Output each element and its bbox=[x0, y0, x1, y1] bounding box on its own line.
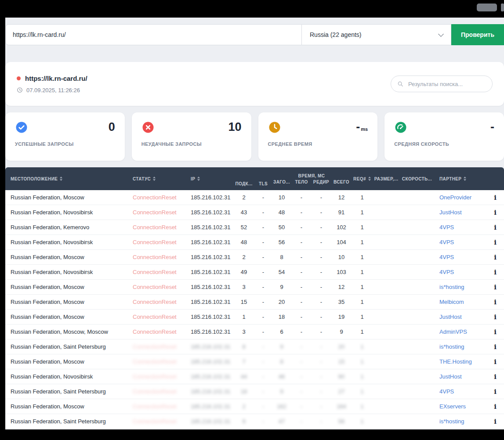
cell-partner[interactable]: 4VPS bbox=[434, 254, 486, 260]
cell-body: - bbox=[292, 358, 311, 365]
cell-status: ConnectionReset bbox=[127, 299, 185, 305]
cell-total: 12 bbox=[331, 194, 352, 201]
info-icon[interactable]: i bbox=[486, 209, 504, 216]
table-row: Russian Federation, MoscowConnectionRese… bbox=[5, 280, 504, 295]
cell-partner[interactable]: JustHost bbox=[434, 373, 486, 380]
cell-location: Russian Federation, Moscow bbox=[5, 194, 127, 201]
browser-chrome-artifact-edge bbox=[501, 4, 504, 11]
cell-partner[interactable]: THE.Hosting bbox=[434, 358, 486, 365]
check-circle-icon bbox=[15, 121, 28, 134]
col-header-req[interactable]: REQ# bbox=[352, 177, 373, 181]
cell-connect: 7 bbox=[233, 358, 255, 365]
info-icon[interactable]: i bbox=[486, 253, 504, 261]
cell-load: 18 bbox=[272, 314, 292, 320]
info-icon[interactable]: i bbox=[486, 358, 504, 366]
cell-total: 91 bbox=[331, 209, 352, 216]
cell-req: 1 bbox=[352, 299, 373, 305]
page: Russia (22 agents) Проверить https://lk.… bbox=[5, 18, 504, 429]
info-icon[interactable]: i bbox=[486, 403, 504, 411]
info-icon[interactable]: i bbox=[486, 388, 504, 396]
cell-body: - bbox=[292, 224, 311, 231]
table-row: Russian Federation, MoscowConnectionRese… bbox=[5, 250, 504, 265]
info-icon[interactable]: i bbox=[486, 224, 504, 231]
sort-icon bbox=[153, 177, 156, 181]
cell-load: 47 bbox=[272, 418, 292, 425]
cell-body: - bbox=[292, 299, 311, 305]
cell-connect: 44 bbox=[233, 373, 255, 380]
cell-connect: 52 bbox=[233, 224, 255, 231]
cell-location: Russian Federation, Saint Petersburg bbox=[5, 343, 127, 350]
cell-partner[interactable]: 4VPS bbox=[434, 239, 486, 245]
col-group-time-ms: ВРЕМЯ, МС ЗАГО... ТЕЛО РЕДИР ВСЕГО bbox=[272, 173, 352, 184]
cell-partner[interactable]: JustHost bbox=[434, 314, 486, 320]
cell-partner[interactable]: 4VPS bbox=[434, 388, 486, 395]
table-row: Russian Federation, NovosibirskConnectio… bbox=[5, 265, 504, 280]
cell-connect: 2 bbox=[233, 403, 255, 410]
cell-ip: 185.216.102.31 bbox=[185, 388, 233, 395]
cell-partner[interactable]: is*hosting bbox=[434, 418, 486, 425]
stat-value: -ms bbox=[356, 120, 368, 134]
result-info: https://lk.rn-card.ru/ 07.09.2025, 11:26… bbox=[17, 75, 87, 94]
info-icon[interactable]: i bbox=[486, 373, 504, 381]
cell-ip: 185.216.102.31 bbox=[185, 373, 233, 380]
info-icon[interactable]: i bbox=[486, 298, 504, 306]
cell-ip: 185.216.102.31 bbox=[185, 314, 233, 320]
cell-partner[interactable]: EXservers bbox=[434, 403, 486, 410]
cell-connect: 8 bbox=[233, 343, 255, 350]
stat-value: 0 bbox=[109, 120, 115, 134]
cell-partner[interactable]: 4VPS bbox=[434, 224, 486, 231]
stat-value: 10 bbox=[228, 120, 241, 134]
table-row: Russian Federation, MoscowConnectionRese… bbox=[5, 190, 504, 205]
info-icon[interactable]: i bbox=[486, 328, 504, 336]
cell-body: - bbox=[292, 343, 311, 350]
cell-load: 9 bbox=[272, 284, 292, 290]
cell-partner[interactable]: Melbicom bbox=[434, 299, 486, 305]
check-button[interactable]: Проверить bbox=[451, 24, 504, 45]
cell-load: 9 bbox=[272, 343, 292, 350]
cell-connect: 1 bbox=[233, 314, 255, 320]
cell-redirect: - bbox=[311, 194, 331, 201]
col-header-ip[interactable]: IP bbox=[185, 177, 233, 181]
info-icon[interactable]: i bbox=[486, 194, 504, 202]
sort-icon bbox=[197, 177, 200, 181]
table-row: Russian Federation, KemerovoConnectionRe… bbox=[5, 220, 504, 235]
cell-partner[interactable]: JustHost bbox=[434, 209, 486, 216]
url-input[interactable] bbox=[5, 24, 302, 45]
cell-status: ConnectionReset bbox=[127, 194, 185, 201]
cell-partner[interactable]: OneProvider bbox=[434, 194, 486, 201]
cell-req: 1 bbox=[352, 269, 373, 275]
cell-req: 1 bbox=[352, 224, 373, 231]
cell-partner[interactable]: is*hosting bbox=[434, 284, 486, 290]
cell-location: Russian Federation, Moscow bbox=[5, 284, 127, 290]
col-header-location[interactable]: МЕСТОПОЛОЖЕНИЕ bbox=[5, 177, 127, 181]
info-icon[interactable]: i bbox=[486, 238, 504, 246]
stat-unit: ms bbox=[361, 126, 368, 132]
results-table: МЕСТОПОЛОЖЕНИЕ СТАТУС IP ПОДК... TLS ВРЕ… bbox=[5, 167, 504, 429]
cell-partner[interactable]: 4VPS bbox=[434, 269, 486, 275]
cell-partner[interactable]: is*hosting bbox=[434, 343, 486, 350]
results-search[interactable] bbox=[391, 76, 493, 92]
cell-body: - bbox=[292, 254, 311, 260]
info-icon[interactable]: i bbox=[486, 418, 504, 426]
table-row: Russian Federation, MoscowConnectionRese… bbox=[5, 399, 504, 414]
cell-partner[interactable]: AdminVPS bbox=[434, 328, 486, 335]
results-search-input[interactable] bbox=[407, 80, 486, 88]
cell-req: 1 bbox=[352, 373, 373, 380]
gauge-icon bbox=[394, 121, 407, 134]
region-select[interactable]: Russia (22 agents) bbox=[302, 24, 451, 45]
cell-total: 35 bbox=[331, 299, 352, 305]
cell-req: 1 bbox=[352, 343, 373, 350]
cell-total: 15 bbox=[331, 358, 352, 365]
cell-ip: 185.216.102.31 bbox=[185, 343, 233, 350]
col-header-partner[interactable]: ПАРТНЕР bbox=[434, 177, 486, 181]
cell-req: 1 bbox=[352, 328, 373, 335]
cell-location: Russian Federation, Moscow bbox=[5, 358, 127, 365]
info-icon[interactable]: i bbox=[486, 283, 504, 291]
result-header-card: https://lk.rn-card.ru/ 07.09.2025, 11:26… bbox=[5, 62, 504, 106]
info-icon[interactable]: i bbox=[486, 313, 504, 321]
info-icon[interactable]: i bbox=[486, 343, 504, 351]
cell-req: 1 bbox=[352, 254, 373, 260]
col-header-status[interactable]: СТАТУС bbox=[127, 177, 185, 181]
info-icon[interactable]: i bbox=[486, 268, 504, 276]
cell-status: ConnectionReset bbox=[127, 314, 185, 320]
